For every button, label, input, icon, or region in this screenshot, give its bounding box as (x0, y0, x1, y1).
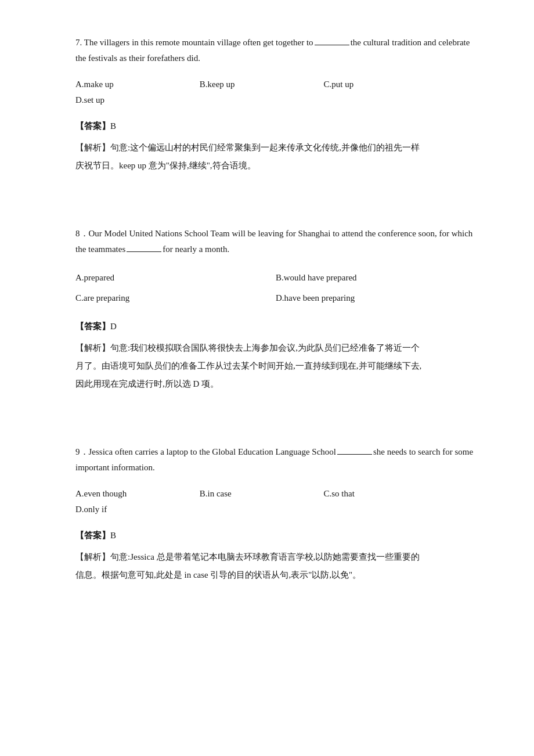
q9-analysis-label: 【解析】 (75, 552, 110, 561)
q8-answer: 【答案】D (75, 319, 476, 334)
q8-analysis-line2: 月了。由语境可知队员们的准备工作从过去某个时间开始,一直持续到现在,并可能继续下… (75, 358, 476, 374)
q8-options: A.prepared B.would have prepared C.are p… (75, 268, 476, 308)
q8-text: 8．Our Model United Nations School Team w… (75, 226, 476, 257)
question-9: 9．Jessica often carries a laptop to the … (75, 444, 476, 583)
q7-answer-label: 【答案】 (75, 121, 110, 131)
q7-text: 7. The villagers in this remote mountain… (75, 35, 476, 66)
q9-option-b: B.in case (200, 486, 287, 502)
q8-option-b: B.would have prepared (276, 268, 476, 288)
q9-answer-label: 【答案】 (75, 531, 110, 540)
question-8: 8．Our Model United Nations School Team w… (75, 226, 476, 392)
q9-option-d: D.only if (75, 502, 163, 517)
q8-analysis-label: 【解析】 (75, 343, 110, 352)
q7-option-d: D.set up (75, 92, 163, 108)
q7-analysis: 【解析】句意:这个偏远山村的村民们经常聚集到一起来传承文化传统,并像他们的祖先一… (75, 140, 476, 156)
q7-options: A.make up B.keep up C.put up D.set up (75, 77, 476, 108)
q7-option-c: C.put up (324, 77, 411, 92)
q8-option-a: A.prepared (75, 268, 276, 288)
q8-option-d: D.have been preparing (276, 288, 476, 308)
q8-blank (127, 251, 161, 252)
q7-analysis-line2: 庆祝节日。keep up 意为"保持,继续",符合语境。 (75, 158, 476, 174)
page-content: 7. The villagers in this remote mountain… (0, 0, 534, 641)
q9-analysis-line1: 【解析】句意:Jessica 总是带着笔记本电脑去环球教育语言学校,以防她需要查… (75, 549, 476, 565)
q8-answer-label: 【答案】 (75, 322, 110, 331)
q7-blank (315, 45, 349, 45)
q9-text: 9．Jessica often carries a laptop to the … (75, 444, 476, 476)
q9-answer: 【答案】B (75, 528, 476, 543)
q9-options: A.even though B.in case C.so that D.only… (75, 486, 476, 517)
q9-blank (337, 454, 372, 455)
q7-option-b: B.keep up (200, 77, 287, 92)
question-7: 7. The villagers in this remote mountain… (75, 35, 476, 174)
q7-answer: 【答案】B (75, 118, 476, 134)
q9-option-a: A.even though (75, 486, 163, 502)
q9-analysis-line2: 信息。根据句意可知,此处是 in case 引导的目的状语从句,表示"以防,以免… (75, 567, 476, 583)
q7-option-a: A.make up (75, 77, 163, 92)
spacer-2 (75, 415, 476, 444)
q8-option-c: C.are preparing (75, 288, 276, 308)
spacer-1 (75, 197, 476, 226)
q7-analysis-label: 【解析】 (75, 143, 110, 152)
q8-analysis-line1: 【解析】句意:我们校模拟联合国队将很快去上海参加会议,为此队员们已经准备了将近一… (75, 340, 476, 356)
q8-analysis-line3: 因此用现在完成进行时,所以选 D 项。 (75, 376, 476, 392)
q9-option-c: C.so that (324, 486, 411, 502)
